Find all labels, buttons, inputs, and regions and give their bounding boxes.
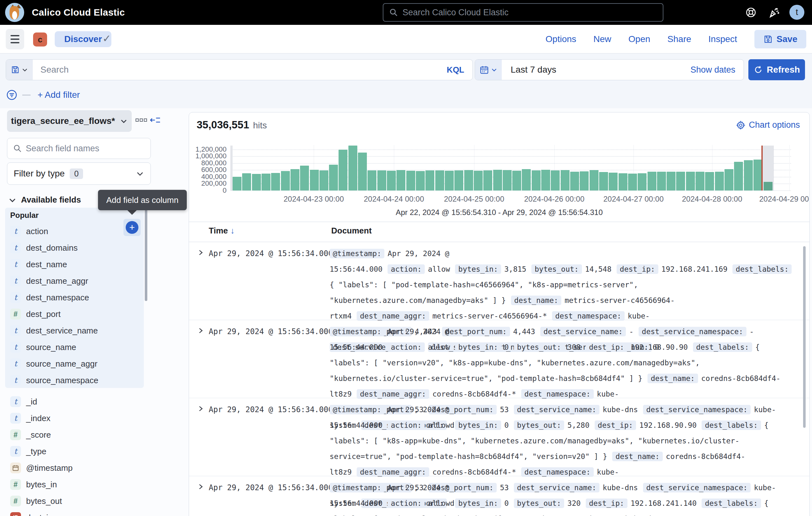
- field-item-_index[interactable]: t_index: [0, 410, 144, 427]
- expand-row-button[interactable]: [197, 483, 204, 491]
- refresh-button[interactable]: Refresh: [748, 59, 805, 80]
- histogram-bar[interactable]: [387, 171, 396, 190]
- histogram-bar[interactable]: [541, 170, 550, 190]
- field-search-input[interactable]: [26, 144, 145, 154]
- table-scrollbar[interactable]: [803, 246, 806, 428]
- expand-row-button[interactable]: [197, 327, 204, 335]
- histogram-bar[interactable]: [657, 172, 666, 190]
- histogram-bar[interactable]: [339, 150, 347, 190]
- histogram-bar[interactable]: [252, 174, 261, 190]
- show-dates-button[interactable]: Show dates: [691, 65, 735, 75]
- histogram-bar[interactable]: [262, 173, 270, 190]
- saved-query-menu-button[interactable]: [6, 59, 33, 80]
- add-filter-button[interactable]: + Add filter: [37, 90, 80, 100]
- histogram-bar[interactable]: [705, 172, 714, 190]
- histogram-bar[interactable]: [242, 173, 251, 190]
- histogram-bar[interactable]: [319, 170, 328, 190]
- histogram-bar[interactable]: [676, 172, 685, 190]
- histogram-bar[interactable]: [233, 177, 241, 190]
- menu-options[interactable]: Options: [546, 34, 577, 44]
- quick-select-menu-button[interactable]: [475, 59, 502, 80]
- field-grid-button[interactable]: [135, 115, 148, 126]
- field-item-_id[interactable]: t_id: [0, 393, 144, 410]
- histogram-bar[interactable]: [522, 169, 531, 190]
- histogram-bar[interactable]: [445, 171, 454, 190]
- global-search[interactable]: [383, 3, 663, 22]
- help-button[interactable]: [744, 5, 758, 20]
- field-item-dest_ip[interactable]: IPdest_ip: [0, 509, 144, 516]
- histogram-bar[interactable]: [686, 172, 695, 190]
- histogram-bar[interactable]: [348, 145, 357, 190]
- histogram-bar[interactable]: [667, 172, 675, 190]
- histogram-bar[interactable]: [454, 170, 463, 190]
- histogram-bar[interactable]: [764, 182, 773, 190]
- histogram-bar[interactable]: [310, 170, 319, 190]
- chart-options-button[interactable]: Chart options: [736, 120, 800, 130]
- field-item-bytes_out[interactable]: #bytes_out: [0, 493, 144, 509]
- histogram-bar[interactable]: [483, 170, 492, 190]
- histogram-bar[interactable]: [753, 160, 762, 190]
- histogram-bar[interactable]: [464, 170, 473, 190]
- field-item-dest_name[interactable]: tdest_name: [0, 256, 144, 273]
- histogram-bar[interactable]: [474, 171, 483, 190]
- histogram-bar[interactable]: [647, 172, 657, 190]
- field-item-_type[interactable]: t_type: [0, 443, 144, 460]
- save-button[interactable]: Save: [754, 30, 806, 48]
- histogram-bar[interactable]: [589, 170, 599, 190]
- menu-new[interactable]: New: [593, 34, 611, 44]
- histogram-bar[interactable]: [725, 169, 733, 190]
- histogram-bar[interactable]: [290, 169, 299, 190]
- field-item-@timestamp[interactable]: @timestamp: [0, 460, 144, 476]
- kql-language-button[interactable]: KQL: [447, 65, 464, 75]
- histogram-bar[interactable]: [532, 170, 541, 190]
- field-item-source_name[interactable]: tsource_name: [0, 339, 144, 355]
- histogram-bar[interactable]: [628, 173, 637, 190]
- histogram-bar[interactable]: [551, 170, 560, 190]
- field-item-dest_service_name[interactable]: tdest_service_name: [0, 322, 144, 339]
- filter-by-type-select[interactable]: Filter by type 0: [7, 162, 151, 185]
- histogram-bar[interactable]: [406, 171, 415, 190]
- histogram-bar[interactable]: [435, 170, 444, 190]
- time-range-value[interactable]: Last 7 days: [511, 65, 556, 75]
- histogram-bar[interactable]: [368, 170, 376, 190]
- menu-open[interactable]: Open: [629, 34, 650, 44]
- menu-inspect[interactable]: Inspect: [708, 34, 737, 44]
- field-item-source_namespace[interactable]: tsource_namespace: [0, 372, 144, 388]
- histogram-bar[interactable]: [696, 172, 704, 190]
- histogram-bar[interactable]: [715, 172, 724, 190]
- field-item-dest_namespace[interactable]: tdest_namespace: [0, 289, 144, 306]
- histogram-bar[interactable]: [397, 170, 405, 190]
- histogram-bar[interactable]: [512, 171, 521, 190]
- field-item-bytes_in[interactable]: #bytes_in: [0, 476, 144, 493]
- user-avatar[interactable]: t: [789, 5, 804, 20]
- date-picker[interactable]: Last 7 days Show dates: [475, 59, 744, 80]
- field-search-box[interactable]: [7, 138, 151, 159]
- histogram-bar[interactable]: [426, 170, 434, 190]
- histogram-bar[interactable]: [416, 171, 425, 190]
- collapse-sidebar-button[interactable]: [149, 115, 161, 126]
- add-field-as-column-button[interactable]: +: [123, 219, 141, 236]
- kql-search-input[interactable]: [33, 65, 447, 75]
- field-item-dest_name_aggr[interactable]: tdest_name_aggr: [0, 273, 144, 289]
- histogram-bar[interactable]: [599, 172, 608, 190]
- index-pattern-selector[interactable]: tigera_secure_ee_flows*: [7, 110, 132, 132]
- histogram-bar[interactable]: [377, 170, 386, 190]
- histogram-bar[interactable]: [300, 166, 309, 190]
- filter-menu-button[interactable]: [6, 89, 18, 101]
- kql-search-box[interactable]: KQL: [6, 59, 473, 80]
- expand-row-button[interactable]: [197, 249, 204, 257]
- field-item-action[interactable]: taction: [0, 223, 144, 240]
- histogram-bar[interactable]: [271, 173, 280, 190]
- global-search-input[interactable]: [403, 8, 657, 18]
- histogram-bar[interactable]: [618, 173, 628, 190]
- histogram-bar[interactable]: [638, 173, 646, 190]
- nav-menu-button[interactable]: [6, 29, 24, 49]
- space-badge[interactable]: c: [33, 32, 47, 47]
- field-item-dest_port[interactable]: #dest_port: [0, 306, 144, 322]
- histogram-bar[interactable]: [580, 171, 589, 190]
- whats-new-button[interactable]: [767, 5, 781, 20]
- histogram-bar[interactable]: [281, 171, 290, 190]
- histogram-bar[interactable]: [358, 153, 367, 190]
- menu-share[interactable]: Share: [668, 34, 691, 44]
- histogram-bar[interactable]: [329, 165, 338, 190]
